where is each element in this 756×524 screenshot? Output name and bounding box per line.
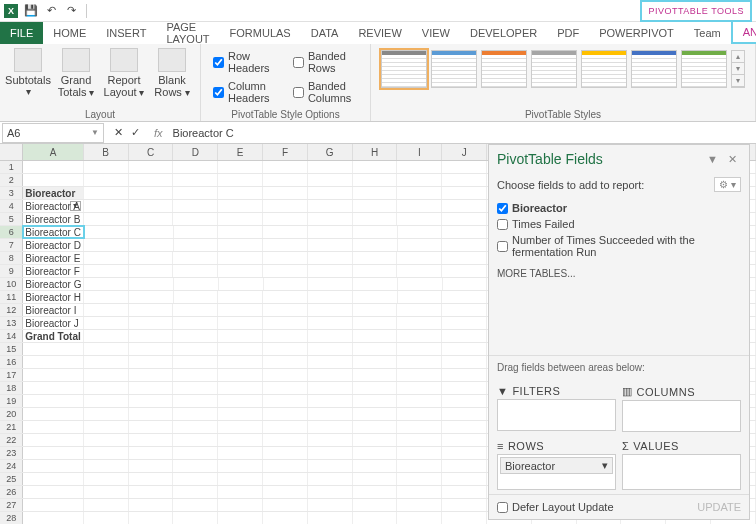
cell[interactable] [308, 161, 353, 173]
cell[interactable] [308, 460, 353, 472]
row-header[interactable]: 5 [0, 213, 23, 225]
cell[interactable] [442, 317, 487, 329]
filters-area[interactable]: ▼FILTERS [497, 383, 616, 432]
cell[interactable] [23, 421, 83, 433]
cell[interactable] [173, 161, 218, 173]
cell[interactable] [353, 226, 398, 238]
cell[interactable] [129, 278, 174, 290]
cell[interactable] [23, 512, 83, 524]
cell[interactable] [218, 486, 263, 498]
tab-home[interactable]: HOME [43, 22, 96, 44]
cell[interactable] [353, 304, 398, 316]
cell[interactable] [397, 512, 442, 524]
pivot-style-swatch[interactable] [481, 50, 527, 88]
cell[interactable] [397, 304, 442, 316]
close-icon[interactable]: ✕ [724, 153, 741, 166]
cell[interactable] [84, 421, 129, 433]
cell[interactable] [84, 512, 129, 524]
cell[interactable] [174, 226, 219, 238]
cell[interactable] [353, 343, 398, 355]
cell[interactable] [84, 395, 129, 407]
row-header[interactable]: 19 [0, 395, 23, 407]
cell[interactable] [84, 174, 129, 186]
update-button[interactable]: UPDATE [697, 501, 741, 513]
row-chip-bioreactor[interactable]: Bioreactor▾ [500, 457, 613, 474]
cell[interactable] [397, 447, 442, 459]
cell[interactable] [353, 421, 398, 433]
redo-icon[interactable]: ↷ [64, 4, 78, 18]
row-header[interactable]: 4 [0, 200, 23, 212]
cell[interactable] [84, 382, 129, 394]
cell[interactable] [218, 304, 263, 316]
cell[interactable] [23, 174, 83, 186]
tab-data[interactable]: DATA [301, 22, 349, 44]
cell[interactable] [84, 499, 129, 511]
cell[interactable] [442, 330, 487, 342]
gear-icon[interactable]: ⚙ ▾ [714, 177, 741, 192]
cell[interactable] [353, 356, 398, 368]
cell[interactable] [263, 239, 308, 251]
cell[interactable] [263, 382, 308, 394]
cell[interactable] [173, 382, 218, 394]
cell[interactable] [23, 486, 83, 498]
cell[interactable] [263, 265, 308, 277]
tab-analyze[interactable]: ANALYZE [733, 22, 756, 42]
cell[interactable]: Bioreactor I [23, 304, 83, 316]
enter-icon[interactable]: ✓ [131, 126, 140, 139]
cell[interactable] [353, 408, 398, 420]
row-headers-checkbox[interactable]: Row Headers [213, 50, 277, 74]
field-checkbox[interactable]: Bioreactor [497, 200, 741, 216]
pivot-style-swatch[interactable] [381, 50, 427, 88]
cell[interactable] [23, 161, 83, 173]
cell[interactable] [308, 187, 353, 199]
cell[interactable]: Bioreactor A [23, 200, 83, 212]
cell[interactable] [442, 499, 487, 511]
cell[interactable] [353, 499, 398, 511]
cell[interactable] [218, 343, 263, 355]
cell[interactable] [397, 252, 442, 264]
cell[interactable] [263, 291, 308, 303]
cell[interactable] [263, 395, 308, 407]
chevron-down-icon[interactable]: ▾ [602, 459, 608, 472]
cell[interactable] [397, 499, 442, 511]
cell[interactable] [129, 330, 174, 342]
row-header[interactable]: 2 [0, 174, 23, 186]
cell[interactable] [442, 161, 487, 173]
cell[interactable] [84, 369, 129, 381]
cell[interactable] [173, 486, 218, 498]
column-header[interactable]: B [84, 144, 129, 160]
cell[interactable] [442, 512, 487, 524]
cell[interactable] [398, 239, 443, 251]
cell[interactable] [397, 161, 442, 173]
cell[interactable] [263, 356, 308, 368]
cell[interactable] [129, 239, 174, 251]
cell[interactable] [308, 200, 353, 212]
cell[interactable] [442, 408, 487, 420]
fx-icon[interactable]: fx [148, 127, 169, 139]
cell[interactable] [218, 473, 263, 485]
cell[interactable] [308, 512, 353, 524]
cell[interactable] [173, 499, 218, 511]
cell[interactable] [263, 343, 308, 355]
cell[interactable] [218, 213, 263, 225]
cell[interactable] [218, 291, 263, 303]
cell[interactable] [442, 291, 487, 303]
cell[interactable] [218, 200, 263, 212]
gallery-spinner[interactable]: ▴▾▾ [731, 50, 745, 88]
tab-formulas[interactable]: FORMULAS [220, 22, 301, 44]
row-header[interactable]: 24 [0, 460, 23, 472]
cell[interactable] [173, 369, 218, 381]
cell[interactable] [353, 447, 398, 459]
grand-totals-button[interactable]: Grand Totals ▾ [54, 46, 98, 98]
cell[interactable] [397, 213, 442, 225]
cell[interactable] [263, 226, 308, 238]
cell[interactable] [442, 187, 487, 199]
pivot-style-swatch[interactable] [581, 50, 627, 88]
cell[interactable] [397, 473, 442, 485]
pane-dropdown-icon[interactable]: ▼ [701, 153, 724, 165]
row-header[interactable]: 25 [0, 473, 23, 485]
cell[interactable] [308, 499, 353, 511]
row-header[interactable]: 12 [0, 304, 23, 316]
cell[interactable] [219, 278, 264, 290]
cell[interactable] [353, 161, 398, 173]
